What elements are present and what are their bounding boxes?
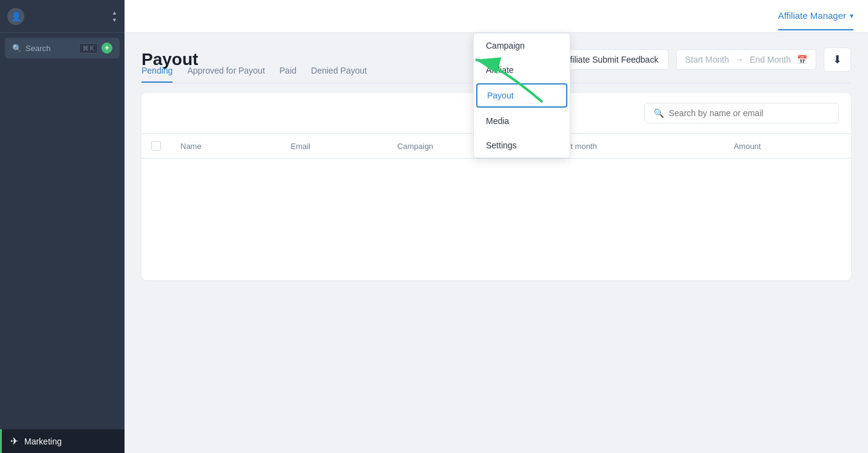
dropdown-item-campaign[interactable]: Campaign (474, 33, 570, 58)
search-icon: 🔍 (12, 44, 22, 53)
search-icon: 🔍 (654, 108, 664, 118)
table-search-wrap[interactable]: 🔍 (644, 103, 839, 123)
sidebar-item-marketing[interactable]: ✈ Marketing (0, 429, 125, 453)
name-column-header: Name (171, 134, 281, 159)
select-all-column (142, 134, 171, 159)
amount-column-header: Amount (724, 134, 851, 159)
start-month-placeholder: Start Month (685, 55, 729, 64)
table-empty-row (142, 159, 851, 280)
end-month-placeholder: End Month (750, 55, 791, 64)
sidebar-item-label: Marketing (24, 437, 61, 446)
add-icon[interactable]: + (101, 43, 112, 54)
select-all-checkbox[interactable] (151, 141, 161, 151)
affiliate-manager-dropdown-btn[interactable]: Affiliate Manager ▾ (778, 2, 853, 30)
download-button[interactable]: ⬇ (824, 47, 851, 72)
sidebar: 👤 ▲ ▼ 🔍 Search ⌘ K + ✈ Marketing (0, 0, 125, 453)
email-column-header: Email (281, 134, 388, 159)
sidebar-user-section[interactable]: 👤 ▲ ▼ (0, 0, 125, 33)
affiliate-manager-label: Affiliate Manager (778, 10, 846, 21)
table-body (142, 159, 851, 280)
calendar-icon: 📅 (797, 55, 807, 64)
tab-paid[interactable]: Paid (279, 66, 296, 83)
header: Affiliate Manager ▾ Campaign Affiliate P… (125, 0, 868, 33)
user-icon: 👤 (11, 12, 21, 21)
dropdown-item-affiliate[interactable]: Affiliate (474, 58, 570, 82)
user-avatar: 👤 (7, 8, 24, 25)
dropdown-item-payout[interactable]: Payout (476, 83, 567, 108)
search-label: Search (26, 44, 75, 53)
content-actions: Affiliate Submit Feedback Start Month → … (552, 47, 851, 72)
tab-approved-for-payout[interactable]: Approved for Payout (187, 66, 265, 83)
search-keyboard-shortcut: ⌘ K (79, 43, 98, 54)
date-range-picker[interactable]: Start Month → End Month 📅 (676, 49, 816, 70)
user-chevrons: ▲ ▼ (112, 10, 117, 23)
main-content: Affiliate Manager ▾ Campaign Affiliate P… (125, 0, 868, 453)
dropdown-item-media[interactable]: Media (474, 109, 570, 133)
date-arrow-icon: → (735, 55, 743, 64)
dropdown-item-settings[interactable]: Settings (474, 133, 570, 157)
sidebar-search[interactable]: 🔍 Search ⌘ K + (5, 38, 120, 58)
affiliate-manager-dropdown: Campaign Affiliate Payout Media Settings (473, 33, 570, 158)
tab-pending[interactable]: Pending (142, 66, 173, 83)
table-search-input[interactable] (669, 108, 830, 118)
chevron-down-icon: ▾ (850, 12, 853, 20)
tab-denied-payout[interactable]: Denied Payout (311, 66, 367, 83)
marketing-icon: ✈ (10, 435, 18, 447)
